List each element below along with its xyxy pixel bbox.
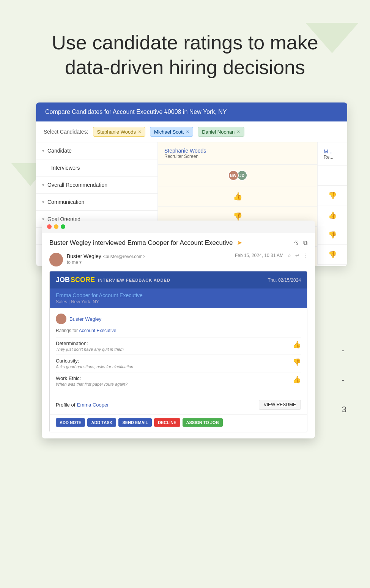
- profile-section: Profile of Emma Cooper VIEW RESUME: [50, 395, 307, 414]
- jobscore-brand: JOBSCORE INTERVIEW FEEDBACK ADDED: [56, 276, 170, 284]
- number-3: 3: [342, 405, 346, 415]
- communication-label: Communication: [47, 199, 84, 205]
- assign-to-job-button[interactable]: ASSIGN TO JOB: [183, 418, 223, 427]
- select-candidates-row: Select Candidates: Stephanie Woods × Mic…: [36, 121, 347, 142]
- bg-triangle-top-right: [305, 23, 359, 53]
- candidate-tag-michael[interactable]: Michael Scott ×: [150, 127, 193, 137]
- ratings-for-job[interactable]: Account Executive: [79, 328, 117, 333]
- jc-candidate-name: Emma Cooper for Account Executive: [56, 292, 301, 298]
- headline-line1: Use candidate ratings to make: [38, 30, 332, 55]
- chevron-communication-icon: ▾: [42, 200, 44, 205]
- determination-desc: They just don't have any quit in them: [56, 347, 293, 352]
- candidate-tag-daniel[interactable]: Daniel Noonan ×: [198, 127, 244, 137]
- determination-rating-icon: 👍: [293, 341, 301, 349]
- js-date-text: Thu, 02/15/2024: [268, 277, 301, 283]
- remove-michael-icon[interactable]: ×: [186, 129, 189, 135]
- email-card: Buster Wegley interviewed Emma Cooper fo…: [42, 221, 315, 438]
- add-note-button[interactable]: ADD NOTE: [56, 418, 85, 427]
- remove-daniel-icon[interactable]: ×: [237, 129, 240, 135]
- workethic-criterion: Work Ethic:: [56, 375, 293, 381]
- send-email-button[interactable]: SEND EMAIL: [118, 418, 152, 427]
- dropdown-arrow-icon[interactable]: ▾: [79, 260, 82, 265]
- stephanie-candidate-cell: Stephanie Woods Recruiter Screen: [158, 142, 317, 165]
- minimize-window-dot[interactable]: [54, 224, 58, 229]
- profile-name-link[interactable]: Emma Cooper: [77, 402, 109, 408]
- email-sender-row: Buster Wegley <buster@revel.com> to me ▾…: [42, 250, 315, 271]
- partial-name[interactable]: M...: [324, 148, 332, 154]
- compare-header-text: Compare Candidates for Account Executive…: [45, 109, 227, 115]
- rating-item-workethic: Work Ethic: When was that first paper ro…: [56, 372, 301, 389]
- sender-info: Buster Wegley <buster@revel.com> to me ▾: [67, 253, 231, 265]
- decline-button[interactable]: DECLINE: [154, 418, 180, 427]
- interviewers-label: Interviewers: [51, 165, 80, 171]
- candidate-label: Candidate: [47, 148, 72, 154]
- more-options-icon[interactable]: ⋮: [303, 253, 307, 258]
- arrow-icon: ➤: [237, 239, 242, 246]
- sender-name: Buster Wegley: [67, 253, 101, 259]
- overall-row-label: ▾ Overall Recommendation: [36, 177, 157, 194]
- stephanie-interviewers-cell: BW JD: [158, 165, 317, 186]
- curiousity-info: Curiousity: Asks good questions, asks fo…: [56, 358, 293, 369]
- headline-line2: data-driven hiring decisions: [38, 55, 332, 80]
- interviewer-name[interactable]: Buster Wegley: [69, 316, 101, 322]
- stephanie-name-link[interactable]: Stephanie Woods: [164, 148, 206, 154]
- external-link-icon[interactable]: ⧉: [303, 240, 307, 246]
- determination-criterion: Determination:: [56, 341, 293, 346]
- partial-stage: Re...: [324, 154, 333, 160]
- chevron-overall-icon: ▾: [42, 183, 44, 188]
- workethic-info: Work Ethic: When was that first paper ro…: [56, 375, 293, 386]
- jc-candidate-detail: Sales | New York, NY: [56, 299, 301, 304]
- interviewer-avatar-1: BW: [228, 170, 239, 181]
- compare-header: Compare Candidates for Account Executive…: [36, 102, 347, 121]
- js-score-text: SCORE: [71, 276, 95, 284]
- partial-comm-cell: 👍: [317, 205, 347, 225]
- communication-rating-icon: 👎: [233, 212, 242, 221]
- number-dash-1: -: [342, 345, 346, 355]
- candidate-tag-stephanie[interactable]: Stephanie Woods ×: [93, 127, 146, 137]
- determination-info: Determination: They just don't have any …: [56, 341, 293, 352]
- sender-avatar: [49, 253, 63, 266]
- ratings-for-label: Ratings for Account Executive: [56, 328, 301, 333]
- email-date: Feb 15, 2024, 10:31 AM: [235, 253, 283, 258]
- rating-item-determination: Determination: They just don't have any …: [56, 337, 301, 355]
- partial-overall-cell: 👎: [317, 186, 347, 205]
- profile-of-text: Profile of: [56, 402, 75, 408]
- partial-goal-icon: 👎: [328, 231, 337, 239]
- candidate-banner: Emma Cooper for Account Executive Sales …: [50, 288, 307, 308]
- partial-problem-cell: 👎: [317, 245, 347, 265]
- partial-overall-icon: 👎: [328, 191, 337, 200]
- email-meta-right: Feb 15, 2024, 10:31 AM ☆ ↩ ⋮: [235, 253, 307, 258]
- reply-icon[interactable]: ↩: [295, 253, 299, 258]
- chevron-candidate-icon: ▾: [42, 148, 44, 153]
- interviewer-avatar-small: [56, 314, 66, 324]
- interviewer-row: Buster Wegley: [56, 314, 301, 324]
- email-subject-area: Buster Wegley interviewed Emma Cooper fo…: [42, 233, 315, 250]
- js-label-text: INTERVIEW FEEDBACK ADDED: [98, 278, 170, 282]
- partial-interviewers-cell: [317, 166, 347, 186]
- print-icon[interactable]: 🖨: [293, 240, 299, 246]
- view-resume-button[interactable]: VIEW RESUME: [259, 400, 301, 410]
- select-candidates-label: Select Candidates:: [44, 129, 88, 135]
- jobscore-logo: JOBSCORE: [56, 276, 95, 284]
- profile-text-area: Profile of Emma Cooper: [56, 401, 109, 408]
- maximize-window-dot[interactable]: [61, 224, 65, 229]
- sender-email-address: <buster@revel.com>: [103, 254, 145, 259]
- numbers-column: - - 3: [342, 345, 346, 415]
- add-task-button[interactable]: ADD TASK: [87, 418, 116, 427]
- js-job-text: JOB: [56, 276, 70, 284]
- avatar-group: BW JD: [228, 170, 247, 181]
- email-action-icons: 🖨 ⧉: [293, 239, 307, 246]
- star-icon[interactable]: ☆: [287, 253, 291, 258]
- candidate-name-daniel: Daniel Noonan: [202, 129, 235, 135]
- sender-to-text: to me ▾: [67, 260, 231, 265]
- remove-stephanie-icon[interactable]: ×: [138, 129, 141, 135]
- email-subject-text: Buster Wegley interviewed Emma Cooper fo…: [49, 239, 293, 247]
- stephanie-stage: Recruiter Screen: [164, 154, 198, 159]
- rating-item-curiousity: Curiousity: Asks good questions, asks fo…: [56, 355, 301, 372]
- number-dash-2: -: [342, 375, 346, 385]
- curiousity-rating-icon: 👎: [293, 358, 301, 366]
- close-window-dot[interactable]: [47, 224, 52, 229]
- overall-label: Overall Recommendation: [47, 182, 107, 188]
- curiousity-criterion: Curiousity:: [56, 358, 293, 364]
- candidate-name-stephanie: Stephanie Woods: [97, 129, 136, 135]
